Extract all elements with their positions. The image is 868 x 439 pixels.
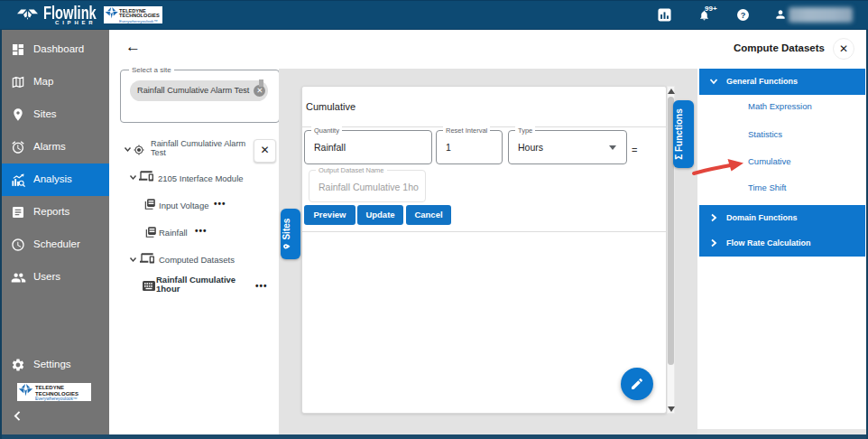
- svg-text:?: ?: [741, 11, 746, 20]
- svg-text:TELEDYNE: TELEDYNE: [35, 385, 64, 390]
- svg-text:Everywhereyoulook™: Everywhereyoulook™: [35, 397, 78, 401]
- svg-text:Everywhereyoulook™: Everywhereyoulook™: [119, 19, 158, 23]
- svg-text:TECHNOLOGIES: TECHNOLOGIES: [35, 391, 78, 397]
- svg-text:TECHNOLOGIES: TECHNOLOGIES: [119, 13, 160, 18]
